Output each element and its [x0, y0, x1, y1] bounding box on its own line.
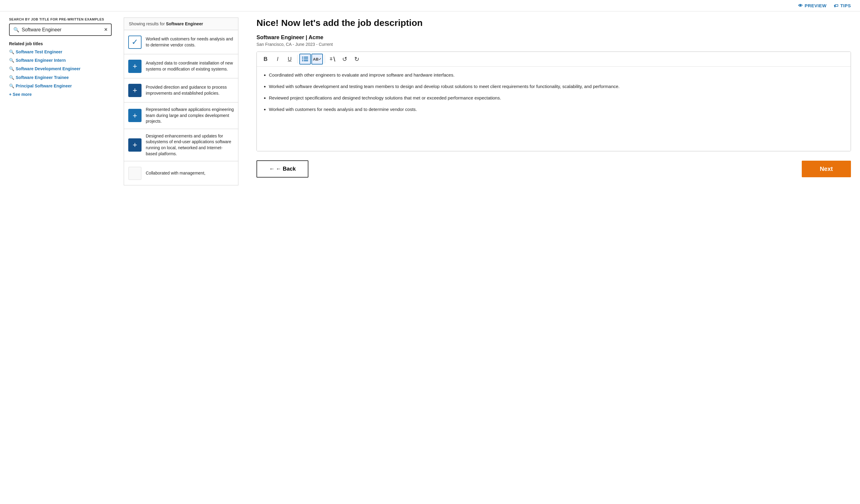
- list-item: 🔍 Software Test Engineer: [9, 49, 112, 55]
- clear-format-icon: T: [330, 56, 335, 62]
- editor-container: B I U AB✓: [257, 51, 851, 151]
- bullet-item-2[interactable]: Worked with software development and tes…: [269, 83, 845, 90]
- suggestions-panel: Showing results for Software Engineer ✓ …: [124, 17, 239, 495]
- italic-button[interactable]: I: [272, 54, 283, 64]
- search-label: SEARCH BY JOB TITLE FOR PRE-WRITTEN EXAM…: [9, 17, 112, 21]
- svg-rect-5: [304, 60, 308, 61]
- suggestion-toggle-button-3[interactable]: +: [128, 84, 142, 97]
- editor-toolbar: B I U AB✓: [257, 52, 851, 66]
- suggestion-toggle-button-5[interactable]: +: [128, 138, 142, 152]
- related-job-link-software-engineer-trainee[interactable]: 🔍 Software Engineer Trainee: [9, 75, 112, 80]
- clear-search-button[interactable]: ×: [104, 27, 108, 33]
- list-item: 🔍 Software Engineer Trainee: [9, 75, 112, 80]
- suggestion-text: Collaborated with management,: [146, 170, 205, 176]
- suggestion-toggle-button-6[interactable]: [128, 167, 142, 180]
- bullet-list-button[interactable]: [299, 54, 311, 64]
- redo-button[interactable]: ↻: [351, 54, 362, 64]
- job-meta: San Francisco, CA - June 2023 - Current: [257, 42, 851, 47]
- svg-text:T: T: [330, 57, 332, 61]
- bullet-item-1[interactable]: Coordinated with other engineers to eval…: [269, 72, 845, 79]
- suggestion-item: Collaborated with management,: [124, 161, 239, 186]
- related-job-link-software-development-engineer[interactable]: 🔍 Software Development Engineer: [9, 66, 112, 72]
- tips-link[interactable]: 🏷 TIPS: [834, 3, 851, 8]
- list-item: 🔍 Software Engineer Intern: [9, 58, 112, 63]
- search-small-icon: 🔍: [9, 83, 14, 89]
- back-button[interactable]: ← ← Back: [257, 160, 309, 178]
- search-small-icon: 🔍: [9, 58, 14, 63]
- toolbar-divider: [297, 55, 298, 63]
- suggestion-item: + Designed enhancements and updates for …: [124, 129, 239, 161]
- suggestion-text: Worked with customers for needs analysis…: [146, 36, 234, 48]
- suggestion-toggle-button-1[interactable]: ✓: [128, 35, 142, 49]
- search-icon: 🔍: [13, 27, 19, 32]
- suggestion-item: + Represented software applications engi…: [124, 103, 239, 129]
- search-small-icon: 🔍: [9, 49, 14, 55]
- top-bar: 👁 PREVIEW 🏷 TIPS: [0, 0, 860, 12]
- related-job-link-software-engineer-intern[interactable]: 🔍 Software Engineer Intern: [9, 58, 112, 63]
- right-panel: Nice! Now let's add the job description …: [250, 17, 851, 495]
- svg-rect-4: [302, 60, 303, 61]
- back-arrow-icon: ←: [269, 166, 275, 172]
- list-item: 🔍 Software Development Engineer: [9, 66, 112, 72]
- editor-body[interactable]: Coordinated with other engineers to eval…: [257, 66, 851, 151]
- related-job-link-principal-software-engineer[interactable]: 🔍 Principal Software Engineer: [9, 83, 112, 89]
- bullet-item-3[interactable]: Reviewed project specifications and desi…: [269, 94, 845, 102]
- underline-button[interactable]: U: [284, 54, 296, 64]
- svg-rect-0: [302, 57, 303, 58]
- search-box: 🔍 ×: [9, 24, 112, 36]
- svg-line-7: [334, 57, 335, 61]
- see-more-link[interactable]: + See more: [9, 92, 32, 97]
- suggestion-item: + Provided direction and guidance to pro…: [124, 78, 239, 103]
- suggestion-toggle-button-2[interactable]: +: [128, 60, 142, 73]
- page-title: Nice! Now let's add the job description: [257, 17, 851, 28]
- suggestion-text: Provided direction and guidance to proce…: [146, 85, 234, 96]
- clear-format-button[interactable]: T: [327, 54, 338, 64]
- related-title: Related job titles: [9, 41, 112, 46]
- preview-link[interactable]: 👁 PREVIEW: [798, 3, 827, 8]
- svg-rect-3: [304, 58, 308, 59]
- tips-icon: 🏷: [834, 3, 838, 8]
- list-icon: [302, 56, 308, 62]
- suggestion-item: ✓ Worked with customers for needs analys…: [124, 30, 239, 54]
- search-small-icon: 🔍: [9, 75, 14, 80]
- next-button[interactable]: Next: [802, 161, 851, 177]
- suggestions-header: Showing results for Software Engineer: [124, 17, 239, 30]
- related-jobs-list: 🔍 Software Test Engineer 🔍 Software Engi…: [9, 49, 112, 89]
- job-title: Software Engineer | Acme: [257, 34, 851, 41]
- toolbar-divider: [325, 55, 325, 63]
- undo-button[interactable]: ↺: [339, 54, 350, 64]
- bullet-item-4[interactable]: Worked with customers for needs analysis…: [269, 106, 845, 113]
- spellcheck-button[interactable]: AB✓: [312, 54, 323, 64]
- list-item: 🔍 Principal Software Engineer: [9, 83, 112, 89]
- main-container: SEARCH BY JOB TITLE FOR PRE-WRITTEN EXAM…: [0, 12, 860, 504]
- bold-button[interactable]: B: [260, 54, 271, 64]
- suggestion-toggle-button-4[interactable]: +: [128, 109, 142, 122]
- eye-icon: 👁: [798, 3, 803, 8]
- left-panel: SEARCH BY JOB TITLE FOR PRE-WRITTEN EXAM…: [9, 17, 112, 495]
- bottom-actions: ← ← Back Next: [257, 160, 851, 178]
- search-input[interactable]: [22, 27, 104, 32]
- suggestion-item: + Analyzed data to coordinate installati…: [124, 54, 239, 78]
- suggestion-text: Designed enhancements and updates for su…: [146, 133, 234, 157]
- search-small-icon: 🔍: [9, 66, 14, 72]
- related-job-link-software-test-engineer[interactable]: 🔍 Software Test Engineer: [9, 49, 112, 55]
- svg-rect-1: [304, 57, 308, 58]
- suggestion-text: Represented software applications engine…: [146, 107, 234, 124]
- suggestion-text: Analyzed data to coordinate installation…: [146, 60, 234, 72]
- svg-rect-2: [302, 58, 303, 59]
